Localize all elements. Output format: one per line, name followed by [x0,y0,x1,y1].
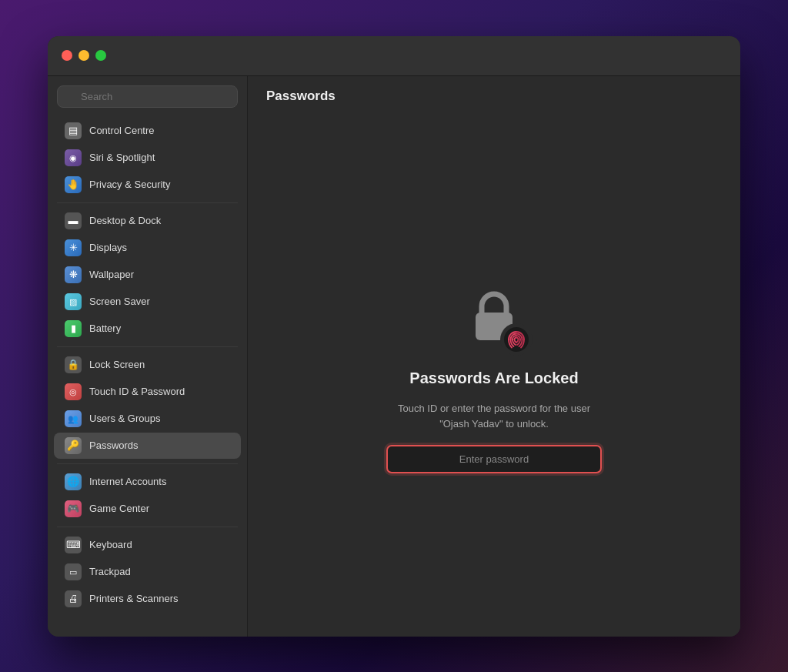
users-groups-icon: 👥 [65,410,82,427]
printers-scanners-icon: 🖨 [65,590,82,607]
sidebar-group-3: 🔒 Lock Screen ◎ Touch ID & Password 👥 Us… [48,352,247,459]
passwords-icon: 🔑 [65,437,82,454]
main-panel: Passwords [248,76,740,637]
sidebar-item-desktop-dock[interactable]: ▬ Desktop & Dock [54,208,241,234]
sidebar-item-displays[interactable]: ✳ Displays [54,235,241,261]
system-preferences-window: 🔍 ▤ Control Centre ◉ Siri & Spotlight 🤚 … [48,36,740,637]
sidebar-item-touch-id[interactable]: ◎ Touch ID & Password [54,379,241,405]
sidebar-item-label: Passwords [89,440,139,451]
sidebar-group-4: 🌐 Internet Accounts 🎮 Game Center [48,469,247,522]
siri-spotlight-icon: ◉ [65,149,82,166]
wallpaper-icon: ❋ [65,266,82,283]
sidebar-divider-2 [57,346,238,347]
keyboard-icon: ⌨ [65,537,82,553]
sidebar-item-wallpaper[interactable]: ❋ Wallpaper [54,262,241,288]
battery-icon: ▮ [65,320,82,337]
lock-icon-wrapper [456,279,533,356]
titlebar [48,36,740,76]
sidebar-item-label: Privacy & Security [89,179,170,190]
sidebar-item-users-groups[interactable]: 👥 Users & Groups [54,406,241,432]
lock-screen-icon: 🔒 [65,356,82,373]
sidebar-item-label: Touch ID & Password [89,386,185,397]
sidebar-item-label: Users & Groups [89,413,160,424]
sidebar: 🔍 ▤ Control Centre ◉ Siri & Spotlight 🤚 … [48,76,248,637]
sidebar-item-label: Siri & Spotlight [89,152,155,163]
search-container: 🔍 [48,85,247,117]
displays-icon: ✳ [65,239,82,256]
sidebar-item-label: Trackpad [89,566,131,577]
sidebar-item-label: Screen Saver [89,296,150,307]
sidebar-item-screen-saver[interactable]: ▨ Screen Saver [54,289,241,315]
touch-id-icon: ◎ [65,383,82,400]
content-area: 🔍 ▤ Control Centre ◉ Siri & Spotlight 🤚 … [48,76,740,637]
sidebar-item-privacy-security[interactable]: 🤚 Privacy & Security [54,172,241,198]
panel-header: Passwords [248,76,740,116]
locked-container: Passwords Are Locked Touch ID or enter t… [356,116,633,637]
sidebar-item-label: Displays [89,242,127,253]
sidebar-divider-4 [57,527,238,527]
sidebar-item-control-centre[interactable]: ▤ Control Centre [54,118,241,144]
maximize-button[interactable] [95,50,106,61]
screen-saver-icon: ▨ [65,293,82,310]
sidebar-item-label: Internet Accounts [89,476,166,487]
sidebar-item-siri-spotlight[interactable]: ◉ Siri & Spotlight [54,145,241,171]
locked-title: Passwords Are Locked [409,369,578,387]
internet-accounts-icon: 🌐 [65,473,82,490]
panel-title: Passwords [266,89,336,103]
sidebar-item-label: Lock Screen [89,359,145,370]
sidebar-item-battery[interactable]: ▮ Battery [54,316,241,342]
privacy-security-icon: 🤚 [65,176,82,193]
traffic-lights [62,50,106,61]
svg-point-1 [504,327,529,352]
sidebar-item-trackpad[interactable]: ▭ Trackpad [54,559,241,585]
sidebar-item-label: Game Center [89,503,149,514]
password-input-wrapper [386,445,602,473]
password-input[interactable] [386,445,602,473]
close-button[interactable] [62,50,72,61]
game-center-icon: 🎮 [65,500,82,517]
minimize-button[interactable] [78,50,89,61]
sidebar-group-2: ▬ Desktop & Dock ✳ Displays ❋ Wallpaper … [48,208,247,342]
fingerprint-badge [500,323,533,356]
trackpad-icon: ▭ [65,563,82,580]
desktop-dock-icon: ▬ [65,212,82,229]
sidebar-item-lock-screen[interactable]: 🔒 Lock Screen [54,352,241,378]
sidebar-item-keyboard[interactable]: ⌨ Keyboard [54,532,241,558]
locked-description: Touch ID or enter the password for the u… [398,401,590,431]
control-centre-icon: ▤ [65,122,82,139]
sidebar-item-label: Keyboard [89,539,132,550]
locked-description-line2: "Ojash Yadav" to unlock. [439,418,549,430]
locked-description-line1: Touch ID or enter the password for the u… [398,403,590,414]
sidebar-group-5: ⌨ Keyboard ▭ Trackpad 🖨 Printers & Scann… [48,532,247,612]
sidebar-item-game-center[interactable]: 🎮 Game Center [54,496,241,522]
sidebar-group-1: ▤ Control Centre ◉ Siri & Spotlight 🤚 Pr… [48,118,247,198]
search-input[interactable] [57,85,238,108]
sidebar-item-label: Battery [89,323,121,334]
sidebar-item-label: Desktop & Dock [89,215,161,226]
fingerprint-svg-icon [503,326,530,353]
sidebar-divider-3 [57,463,238,464]
sidebar-item-label: Wallpaper [89,269,134,280]
sidebar-item-internet-accounts[interactable]: 🌐 Internet Accounts [54,469,241,495]
sidebar-item-printers-scanners[interactable]: 🖨 Printers & Scanners [54,586,241,612]
sidebar-item-label: Control Centre [89,125,155,136]
sidebar-item-label: Printers & Scanners [89,593,179,604]
search-wrapper: 🔍 [57,85,238,108]
sidebar-divider-1 [57,202,238,203]
sidebar-item-passwords[interactable]: 🔑 Passwords [54,433,241,459]
